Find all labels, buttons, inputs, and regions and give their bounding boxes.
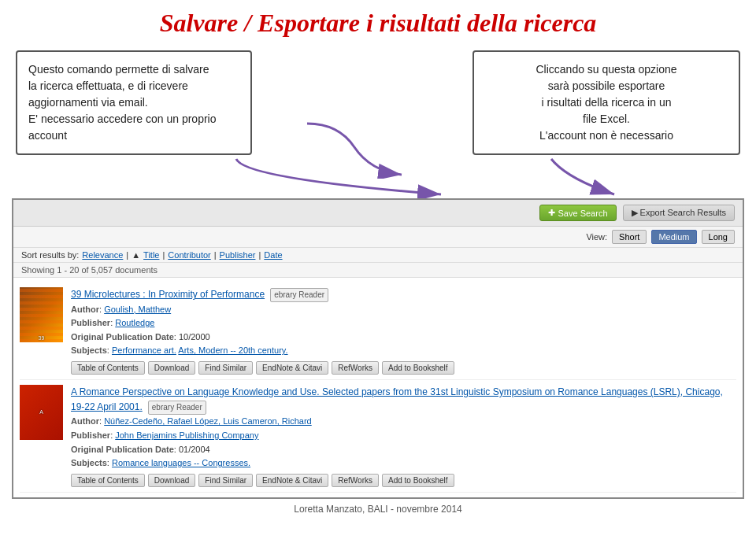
sort-title[interactable]: Title (143, 250, 159, 260)
download-button-1[interactable]: Download (148, 361, 195, 375)
save-icon: ✚ (548, 208, 555, 218)
showing-text: Showing 1 - 20 of 5,057 documents (13, 263, 743, 278)
result-publisher-label-1: Publisher (71, 318, 110, 327)
sort-bar: Sort results by: Relevance | ▲ Title | C… (13, 248, 743, 263)
view-medium-button[interactable]: Medium (651, 230, 696, 244)
result-item-2: A A Romance Perspective on Language Know… (20, 380, 736, 493)
result-pubdate-1: 10/2000 (179, 332, 210, 342)
result-publisher-2[interactable]: John Benjamins Publishing Company (115, 430, 258, 440)
sort-contributor[interactable]: Contributor (168, 250, 210, 260)
screenshot-container: ✚ Save Search ▶ Export Search Results Vi… (12, 198, 744, 498)
add-bookshelf-button-2[interactable]: Add to Bookshelf (382, 474, 454, 487)
sort-publisher[interactable]: Publisher (220, 250, 256, 260)
result-subject1-1[interactable]: Performance art. (112, 345, 176, 355)
add-bookshelf-button-1[interactable]: Add to Bookshelf (382, 361, 454, 375)
result-pubdate-2: 01/2004 (179, 445, 210, 454)
arrows-svg (16, 155, 740, 198)
save-search-button[interactable]: ✚ Save Search (539, 205, 617, 221)
view-bar: View: Short Medium Long (13, 227, 743, 248)
result-publisher-1[interactable]: Routledge (115, 318, 154, 327)
annotations-row: Questo comando permette di salvare la ri… (0, 44, 756, 155)
sort-up-icon: ▲ (132, 250, 140, 260)
annotation-right-text: Cliccando su questa opzione sarà possibi… (536, 63, 676, 142)
result-pubdate-label-2: Original Publication Date (71, 445, 174, 454)
result-actions-1: Table of Contents Download Find Similar … (71, 361, 736, 375)
result-subject2-1[interactable]: Arts, Modern -- 20th century. (178, 345, 287, 355)
result-pubdate-label-1: Original Publication Date (71, 332, 174, 342)
endnote-button-1[interactable]: EndNote & Citavi (256, 361, 328, 375)
view-label: View: (586, 232, 607, 242)
book-cover-2: A (20, 385, 63, 440)
result-author-2[interactable]: Núñez-Cedeño, Rafael López, Luis Cameron… (104, 416, 312, 426)
result-thumb-2: A (20, 385, 63, 487)
page-title: Salvare / Esportare i risultati della ri… (0, 0, 756, 44)
toc-button-1[interactable]: Table of Contents (71, 361, 145, 375)
annotation-right: Cliccando su questa opzione sarà possibi… (472, 50, 740, 155)
endnote-button-2[interactable]: EndNote & Citavi (256, 474, 328, 487)
result-subjects-label-1: Subjects (71, 345, 107, 355)
book-cover-1: 39 (20, 287, 63, 342)
view-long-button[interactable]: Long (702, 230, 735, 244)
download-button-2[interactable]: Download (148, 474, 195, 487)
result-badge-2: ebrary Reader (148, 401, 206, 415)
sort-label: Sort results by: (21, 250, 79, 260)
export-icon: ▶ (632, 208, 638, 217)
refworks-button-2[interactable]: RefWorks (332, 474, 379, 487)
arrows-area (16, 155, 740, 198)
result-thumb-1: 39 (20, 287, 63, 375)
page-footer: Loretta Manzato, BALI - novembre 2014 (0, 499, 756, 519)
annotation-left-text: Questo comando permette di salvare la ri… (28, 63, 216, 142)
results-list: 39 39 Microlectures : In Proximity of Pe… (13, 278, 743, 497)
result-content-2: A Romance Perspective on Language Knowle… (71, 385, 736, 487)
refworks-button-1[interactable]: RefWorks (332, 361, 379, 375)
sort-relevance[interactable]: Relevance (82, 250, 123, 260)
result-actions-2: Table of Contents Download Find Similar … (71, 474, 736, 487)
view-short-button[interactable]: Short (612, 230, 647, 244)
result-content-1: 39 Microlectures : In Proximity of Perfo… (71, 287, 736, 375)
toc-button-2[interactable]: Table of Contents (71, 474, 145, 487)
export-search-button[interactable]: ▶ Export Search Results (623, 205, 736, 221)
result-subjects-label-2: Subjects (71, 458, 107, 467)
result-publisher-label-2: Publisher (71, 430, 110, 440)
result-author-label-2: Author (71, 416, 99, 426)
result-author-label-1: Author (71, 305, 99, 314)
sort-date[interactable]: Date (264, 250, 282, 260)
result-title-1[interactable]: 39 Microlectures : In Proximity of Perfo… (71, 289, 265, 300)
result-subject1-2[interactable]: Romance languages -- Congresses. (112, 458, 250, 467)
result-badge-1: ebrary Reader (270, 288, 328, 302)
annotation-left: Questo comando permette di salvare la ri… (16, 50, 252, 155)
ss-toolbar: ✚ Save Search ▶ Export Search Results (13, 200, 743, 227)
find-similar-button-2[interactable]: Find Similar (198, 474, 253, 487)
result-item-1: 39 39 Microlectures : In Proximity of Pe… (20, 283, 736, 380)
result-author-1[interactable]: Goulish, Matthew (104, 305, 171, 314)
find-similar-button-1[interactable]: Find Similar (198, 361, 253, 375)
